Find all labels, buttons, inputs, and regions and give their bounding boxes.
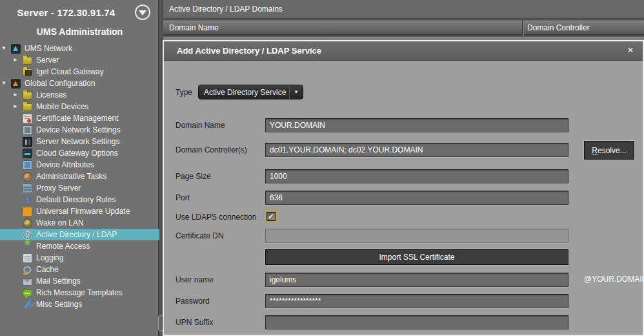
vertical-scrollbar-thumb[interactable] (158, 315, 163, 331)
device-network-icon (23, 125, 32, 135)
certificate-icon (23, 114, 32, 123)
port-input[interactable] (265, 191, 569, 205)
sidebar-item-label: Misc Settings (36, 299, 82, 310)
sidebar-item-igel-cloud-gateway[interactable]: Igel Cloud Gateway (0, 66, 159, 78)
message-templates-icon (23, 289, 32, 297)
column-header-domain-name[interactable]: Domain Name (169, 21, 219, 36)
expander-icon[interactable]: ▼ (1, 78, 11, 89)
folder-icon (23, 103, 32, 111)
sidebar-item-label: Universal Firmware Update (36, 205, 130, 217)
igel-config-icon (11, 79, 21, 89)
column-divider[interactable] (522, 21, 523, 36)
sidebar-item-label: Server Network Settings (36, 136, 119, 147)
expander-icon[interactable]: ▼ (1, 43, 11, 54)
password-label: Password (176, 297, 210, 306)
sidebar-item-certificate-management[interactable]: Certificate Management (0, 112, 159, 124)
dialog-body: Type Active Directory Service ▼ Domain N… (164, 61, 643, 336)
sidebar-item-label: Igel Cloud Gateway (36, 66, 104, 78)
certificate-dn-label: Certificate DN (176, 231, 224, 240)
proxy-server-icon (23, 184, 32, 193)
domain-controllers-input[interactable] (265, 143, 569, 157)
sidebar: Server - 172.30.91.74 UMS Administration… (0, 0, 159, 336)
upn-suffix-input[interactable] (265, 315, 569, 330)
sidebar-item-default-directory-rules[interactable]: § Default Directory Rules (0, 194, 159, 205)
sidebar-item-label: Global Configuration (25, 78, 95, 89)
resolve-button[interactable]: Resolve... (584, 141, 634, 160)
sidebar-item-global-configuration[interactable]: ▼ Global Configuration (0, 78, 159, 89)
sidebar-item-label: Wake on LAN (36, 217, 84, 229)
chevron-down-icon[interactable]: ▼ (289, 85, 303, 99)
sidebar-item-universal-firmware-update[interactable]: Universal Firmware Update (0, 205, 159, 217)
upn-suffix-label: UPN Suffix (176, 318, 213, 327)
add-ad-ldap-service-dialog: Add Active Directory / LDAP Service × Ty… (163, 40, 644, 336)
domains-table-header: Domain Name Domain Controller (161, 21, 644, 36)
domain-controllers-label: Domain Controller(s) (176, 145, 247, 154)
dialog-titlebar[interactable]: Add Active Directory / LDAP Service × (164, 41, 643, 61)
close-icon[interactable]: × (627, 41, 634, 61)
sidebar-item-label: Licenses (36, 89, 66, 101)
sidebar-item-label: UMS Network (25, 43, 72, 54)
sidebar-item-label: Default Directory Rules (36, 194, 116, 205)
wake-on-lan-icon (23, 218, 32, 228)
import-ssl-certificate-button[interactable]: Import SSL Certificate (265, 249, 569, 265)
sidebar-item-cloud-gateway-options[interactable]: Cloud Gateway Options (0, 147, 159, 159)
expander-icon[interactable]: ► (13, 101, 23, 112)
sidebar-item-ums-network[interactable]: ▼ UMS Network (0, 43, 159, 54)
sidebar-item-mail-settings[interactable]: Mail Settings (0, 275, 159, 287)
sidebar-item-administrative-tasks[interactable]: Administrative Tasks (0, 171, 159, 182)
sidebar-section-title: UMS Administration (0, 26, 159, 37)
server-dropdown-button[interactable] (135, 5, 150, 20)
certificate-dn-input (265, 229, 569, 243)
sidebar-item-cache[interactable]: Cache (0, 264, 159, 275)
server-title: Server - 172.30.91.74 (0, 7, 132, 18)
sidebar-item-label: Proxy Server (36, 182, 81, 194)
mail-icon (23, 278, 32, 286)
sidebar-item-label: Rich Message Templates (36, 287, 123, 299)
sidebar-item-label: Cloud Gateway Options (36, 147, 118, 159)
sidebar-item-label: Active Directory / LDAP (36, 229, 117, 240)
domain-name-input[interactable] (265, 118, 569, 132)
sidebar-item-label: Mail Settings (36, 275, 81, 287)
sidebar-item-wake-on-lan[interactable]: Wake on LAN (0, 217, 159, 229)
password-input[interactable] (265, 294, 569, 308)
sidebar-item-remote-access[interactable]: * Remote Access (0, 240, 159, 252)
folder-icon (23, 92, 32, 100)
sidebar-item-label: Logging (36, 252, 64, 264)
sidebar-item-label: Mobile Devices (36, 101, 88, 112)
use-ldaps-checkbox[interactable]: ✓ (265, 211, 277, 222)
sidebar-item-licenses[interactable]: ► Licenses (0, 89, 159, 101)
sidebar-tree: ▼ UMS Network ► Server Igel Cloud Gatewa… (0, 43, 159, 310)
sidebar-item-label: Administrative Tasks (36, 171, 106, 182)
folder-gateway-icon (23, 68, 32, 76)
sidebar-item-proxy-server[interactable]: Proxy Server (0, 182, 159, 194)
sidebar-item-misc-settings[interactable]: Misc Settings (0, 299, 159, 310)
dialog-title: Add Active Directory / LDAP Service (177, 46, 321, 56)
server-network-icon (23, 137, 32, 147)
sidebar-item-rich-message-templates[interactable]: Rich Message Templates (0, 287, 159, 299)
domain-suffix-text: @YOUR.DOMAIN (584, 275, 644, 284)
directory-rules-icon: § (23, 195, 32, 205)
page-size-input[interactable] (265, 169, 569, 184)
sidebar-item-mobile-devices[interactable]: ► Mobile Devices (0, 101, 159, 112)
sidebar-item-label: Device Attributes (36, 159, 94, 171)
remote-access-icon: * (23, 242, 32, 251)
sidebar-item-device-network-settings[interactable]: Device Network Settings (0, 124, 159, 136)
port-label: Port (176, 193, 190, 202)
sidebar-item-server-network-settings[interactable]: Server Network Settings (0, 136, 159, 147)
sidebar-item-active-directory-ldap[interactable]: @ Active Directory / LDAP (0, 229, 159, 240)
sidebar-item-server[interactable]: ► Server (0, 54, 159, 66)
logging-icon (23, 253, 32, 263)
type-label: Type (176, 88, 192, 97)
user-name-input[interactable] (265, 273, 569, 287)
sidebar-item-device-attributes[interactable]: Device Attributes (0, 159, 159, 171)
type-select[interactable]: Active Directory Service ▼ (198, 85, 303, 100)
column-header-domain-controller[interactable]: Domain Controller (527, 21, 590, 36)
sidebar-item-logging[interactable]: Logging (0, 252, 159, 264)
cache-icon (23, 265, 32, 275)
sidebar-item-label: Server (36, 54, 59, 66)
expander-icon[interactable]: ► (13, 54, 23, 66)
expander-icon[interactable]: ► (13, 89, 23, 101)
sidebar-item-label: Cache (36, 264, 59, 275)
admin-tasks-icon (23, 172, 32, 182)
user-name-label: User name (176, 275, 214, 284)
